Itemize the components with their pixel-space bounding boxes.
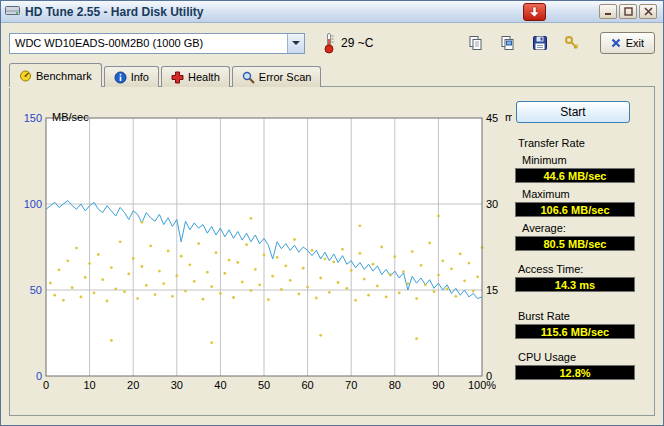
svg-text:100: 100 [24, 198, 42, 210]
start-button[interactable]: Start [516, 101, 630, 123]
health-icon [171, 71, 184, 84]
svg-text:0: 0 [36, 370, 42, 382]
svg-text:70: 70 [345, 379, 357, 391]
svg-text:90: 90 [432, 379, 444, 391]
svg-text:150: 150 [24, 112, 42, 124]
exit-x-icon [611, 38, 621, 48]
copy-text-icon [468, 35, 484, 51]
keys-icon [564, 35, 580, 51]
svg-text:15: 15 [486, 284, 498, 296]
burst-rate-label: Burst Rate [512, 310, 638, 322]
minimum-label: Minimum [512, 154, 638, 166]
cpu-usage-value: 12.8% [515, 365, 635, 380]
minimize-icon [604, 7, 613, 16]
drive-select[interactable]: WDC WD10EADS-00M2B0 (1000 GB) [9, 33, 305, 54]
save-icon [532, 35, 548, 51]
maximum-value: 106.6 MB/sec [515, 202, 635, 217]
options-button[interactable] [560, 32, 584, 54]
svg-text:20: 20 [127, 379, 139, 391]
app-window: HD Tune 2.55 - Hard Disk Utility WDC WD1… [0, 0, 664, 426]
close-button[interactable] [639, 4, 657, 19]
svg-text:80: 80 [389, 379, 401, 391]
titlebar[interactable]: HD Tune 2.55 - Hard Disk Utility [1, 1, 663, 23]
results-panel: Start Transfer Rate Minimum 44.6 MB/sec … [512, 95, 638, 380]
svg-text:50: 50 [30, 284, 42, 296]
copy-text-button[interactable] [464, 32, 488, 54]
tab-health[interactable]: Health [161, 66, 230, 87]
average-value: 80.5 MB/sec [515, 236, 635, 251]
minimum-value: 44.6 MB/sec [515, 168, 635, 183]
benchmark-page: 150100500MB/sec4530150ms0102030405060708… [9, 86, 655, 416]
tab-health-label: Health [188, 71, 220, 83]
magnifier-icon [242, 71, 255, 84]
exit-button[interactable]: Exit [600, 32, 655, 54]
benchmark-icon [19, 69, 32, 82]
maximize-button[interactable] [619, 4, 637, 19]
window-title: HD Tune 2.55 - Hard Disk Utility [25, 5, 203, 19]
svg-text:60: 60 [301, 379, 313, 391]
tab-error-scan[interactable]: Error Scan [232, 66, 322, 87]
thermometer-icon [323, 32, 335, 54]
window-controls [599, 4, 657, 19]
copy-image-icon [500, 35, 516, 51]
svg-text:100%: 100% [468, 379, 496, 391]
copy-image-button[interactable] [496, 32, 520, 54]
average-label: Average: [512, 222, 638, 234]
tab-info-label: Info [131, 71, 149, 83]
chevron-down-icon [292, 41, 300, 45]
toolbar: WDC WD10EADS-00M2B0 (1000 GB) 29 ~C Exit [1, 23, 663, 63]
svg-text:ms: ms [505, 111, 512, 123]
benchmark-chart: 150100500MB/sec4530150ms0102030405060708… [12, 94, 512, 392]
temperature-readout: 29 ~C [323, 32, 373, 54]
minimize-button[interactable] [599, 4, 617, 19]
tab-error-scan-label: Error Scan [259, 71, 312, 83]
svg-text:40: 40 [214, 379, 226, 391]
app-icon [5, 3, 20, 21]
download-arrow-icon [529, 6, 540, 18]
download-arrow-button[interactable] [523, 3, 546, 21]
svg-text:30: 30 [171, 379, 183, 391]
burst-rate-value: 115.6 MB/sec [515, 324, 635, 339]
maximize-icon [624, 7, 633, 16]
tab-benchmark[interactable]: Benchmark [9, 63, 102, 87]
cpu-usage-label: CPU Usage [512, 351, 638, 363]
tab-bar: Benchmark Info Health Error Scan [1, 63, 663, 87]
access-time-value: 14.3 ms [515, 277, 635, 292]
maximum-label: Maximum [512, 188, 638, 200]
svg-text:45: 45 [486, 112, 498, 124]
transfer-rate-title: Transfer Rate [512, 137, 638, 149]
svg-text:0: 0 [43, 379, 49, 391]
temperature-value: 29 ~C [341, 36, 373, 50]
tab-benchmark-label: Benchmark [36, 70, 92, 82]
combo-dropdown-button[interactable] [287, 34, 304, 53]
svg-text:50: 50 [258, 379, 270, 391]
info-icon [114, 71, 127, 84]
save-screenshot-button[interactable] [528, 32, 552, 54]
drive-select-value: WDC WD10EADS-00M2B0 (1000 GB) [10, 37, 287, 49]
tab-info[interactable]: Info [104, 66, 159, 87]
svg-text:30: 30 [486, 198, 498, 210]
toolbar-icons [464, 32, 584, 54]
svg-text:MB/sec: MB/sec [52, 111, 89, 123]
close-icon [644, 7, 653, 16]
svg-text:10: 10 [83, 379, 95, 391]
exit-label: Exit [626, 37, 644, 49]
access-time-label: Access Time: [512, 263, 638, 275]
